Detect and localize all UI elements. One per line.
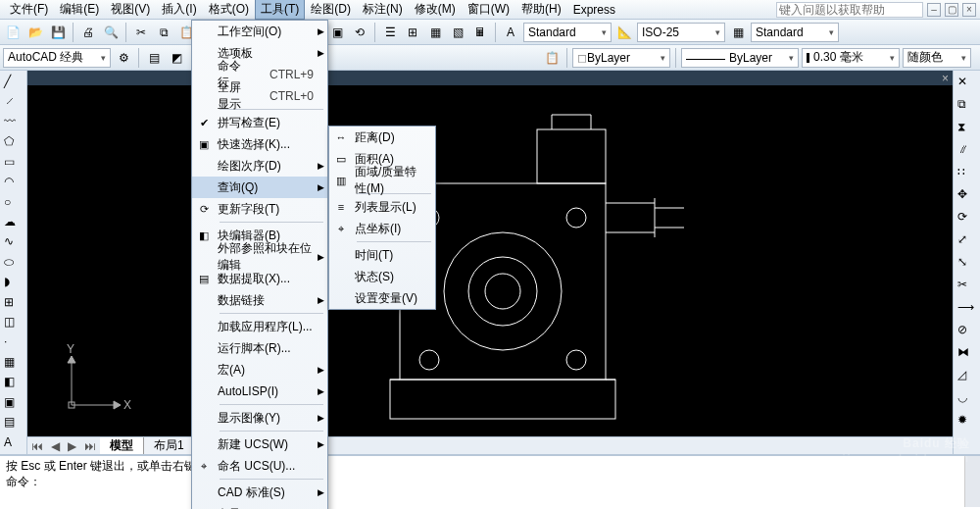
menu-help[interactable]: 帮助(H) (515, 0, 567, 20)
layer-combo[interactable]: ◻ ByLayer (572, 48, 670, 68)
insertblk-icon[interactable]: ⊞ (3, 294, 23, 311)
menu-draw[interactable]: 绘图(D) (305, 0, 357, 20)
text-style-combo[interactable]: Standard (523, 23, 612, 42)
table-style-combo[interactable]: Standard (751, 23, 839, 42)
menu-item[interactable]: AutoLISP(I)▶ (192, 381, 327, 402)
menu-item[interactable]: 数据链接▶ (192, 289, 327, 311)
preview-icon[interactable]: 🔍 (101, 23, 121, 42)
point-icon[interactable]: · (3, 333, 23, 350)
textstyle-icon[interactable]: A (501, 23, 520, 42)
menu-item[interactable]: 宏(A)▶ (192, 359, 327, 381)
help-search[interactable] (776, 2, 923, 18)
menu-item[interactable]: 设置变量(V) (329, 287, 435, 309)
erase-icon[interactable]: ✕ (956, 74, 976, 93)
menu-item[interactable]: ▤数据提取(X)... (192, 268, 327, 289)
menu-item[interactable]: 查询(Q)▶ (192, 177, 327, 198)
workspace-combo[interactable]: AutoCAD 经典 (3, 48, 111, 68)
menu-item[interactable]: ≡列表显示(L) (329, 196, 435, 218)
polygon-icon[interactable]: ⬠ (3, 133, 23, 150)
menu-item[interactable]: 显示图像(Y)▶ (192, 407, 327, 429)
revcloud-icon[interactable]: ☁ (3, 214, 23, 230)
tool-palette-icon[interactable]: ▧ (448, 23, 467, 42)
scale-icon[interactable]: ⤢ (956, 231, 976, 251)
cmd-prompt[interactable]: 命令： (6, 474, 974, 489)
gradient-icon[interactable]: ◧ (3, 374, 23, 390)
dsettings-icon[interactable]: ⊞ (403, 23, 422, 42)
minimize-icon[interactable]: – (927, 3, 941, 17)
menu-item[interactable]: ▥面域/质量特性(M) (329, 170, 435, 191)
lineweight-combo[interactable]: 0.30 毫米 (802, 48, 900, 68)
dimstyle-icon[interactable]: 📐 (614, 23, 634, 42)
xline-icon[interactable]: ⟋ (3, 93, 23, 110)
pline-icon[interactable]: 〰 (3, 114, 23, 130)
spline-icon[interactable]: ∿ (3, 233, 23, 250)
command-window[interactable]: 按 Esc 或 Enter 键退出，或单击右键显示快捷菜单。 命令： (0, 454, 980, 507)
move-icon[interactable]: ✥ (956, 186, 976, 206)
menu-format[interactable]: 格式(O) (203, 0, 255, 20)
chamfer-icon[interactable]: ◿ (956, 367, 976, 386)
array-icon[interactable]: ∷ (956, 164, 976, 183)
copy-icon[interactable]: ⧉ (154, 23, 173, 42)
menu-item[interactable]: 绘图次序(D)▶ (192, 155, 327, 177)
cut-icon[interactable]: ✂ (131, 23, 151, 42)
sheet-icon[interactable]: ▦ (425, 23, 445, 42)
layer-state-icon[interactable]: ◩ (167, 48, 186, 68)
makeblk-icon[interactable]: ◫ (3, 314, 23, 331)
menu-edit[interactable]: 编辑(E) (54, 0, 105, 20)
tab-next-icon[interactable]: ▶ (64, 439, 80, 453)
join-icon[interactable]: ⧓ (956, 344, 976, 364)
explode-icon[interactable]: ✹ (956, 412, 976, 432)
zoom-win-icon[interactable]: ▣ (327, 23, 347, 42)
menu-item[interactable]: ⌖命名 UCS(U)... (192, 455, 327, 477)
save-icon[interactable]: 💾 (48, 23, 68, 42)
ellipsearc-icon[interactable]: ◗ (3, 274, 23, 290)
menu-modify[interactable]: 修改(M) (409, 0, 462, 20)
menu-item[interactable]: 时间(T) (329, 244, 435, 266)
menu-item[interactable]: 工作空间(O)▶ (192, 21, 327, 42)
menu-item[interactable]: 全屏显示CTRL+0 (192, 85, 327, 107)
fillet-icon[interactable]: ◡ (956, 389, 976, 409)
doc-close-icon[interactable]: × (942, 72, 949, 84)
paste-block-icon[interactable]: 📋 (542, 48, 562, 68)
menu-insert[interactable]: 插入(I) (156, 0, 202, 20)
tab-model[interactable]: 模型 (100, 437, 144, 454)
menu-item[interactable]: 新建 UCS(W)▶ (192, 433, 327, 455)
menu-item[interactable]: 向导(Z)▶ (192, 503, 327, 509)
plot-icon[interactable]: 🖨 (78, 23, 98, 42)
drawing-canvas[interactable]: × X Y ⏮ (27, 71, 953, 454)
tab-prev-icon[interactable]: ◀ (47, 439, 64, 453)
menu-dim[interactable]: 标注(N) (357, 0, 409, 20)
calc-icon[interactable]: 🖩 (470, 23, 490, 42)
menu-window[interactable]: 窗口(W) (462, 0, 515, 20)
copy-obj-icon[interactable]: ⧉ (956, 96, 976, 116)
rotate-icon[interactable]: ⟳ (956, 209, 976, 229)
menu-item[interactable]: 选项板▶ (192, 42, 327, 64)
menu-item[interactable]: ✔拼写检查(E) (192, 112, 327, 133)
ellipse-icon[interactable]: ⬭ (3, 254, 23, 271)
break-icon[interactable]: ⊘ (956, 322, 976, 341)
region-icon[interactable]: ▣ (3, 394, 23, 411)
menu-item[interactable]: 命令行CTRL+9 (192, 64, 327, 85)
menu-item[interactable]: ↔距离(D) (329, 127, 435, 148)
dim-style-combo[interactable]: ISO-25 (637, 23, 725, 42)
menu-file[interactable]: 文件(F) (4, 0, 54, 20)
zoom-prev-icon[interactable]: ⟲ (350, 23, 369, 42)
rect-icon[interactable]: ▭ (3, 154, 23, 171)
menu-item[interactable]: CAD 标准(S)▶ (192, 482, 327, 503)
plotstyle-combo[interactable]: 随颜色 (903, 48, 971, 68)
menu-item[interactable]: 外部参照和块在位编辑▶ (192, 246, 327, 268)
trim-icon[interactable]: ✂ (956, 277, 976, 296)
mtext-icon[interactable]: A (3, 434, 23, 451)
tab-first-icon[interactable]: ⏮ (27, 439, 47, 453)
tab-last-icon[interactable]: ⏭ (80, 439, 100, 453)
restore-icon[interactable]: ▢ (945, 3, 958, 17)
layer-prop-icon[interactable]: ▤ (144, 48, 164, 68)
tab-layout1[interactable]: 布局1 (144, 437, 195, 454)
menu-item[interactable]: 运行脚本(R)... (192, 337, 327, 359)
arc-icon[interactable]: ◠ (3, 174, 23, 190)
menu-tools[interactable]: 工具(T) (255, 0, 305, 20)
menu-view[interactable]: 视图(V) (105, 0, 156, 20)
ws-settings-icon[interactable]: ⚙ (114, 48, 133, 68)
hatch-icon[interactable]: ▦ (3, 354, 23, 371)
props-icon[interactable]: ☰ (380, 23, 400, 42)
